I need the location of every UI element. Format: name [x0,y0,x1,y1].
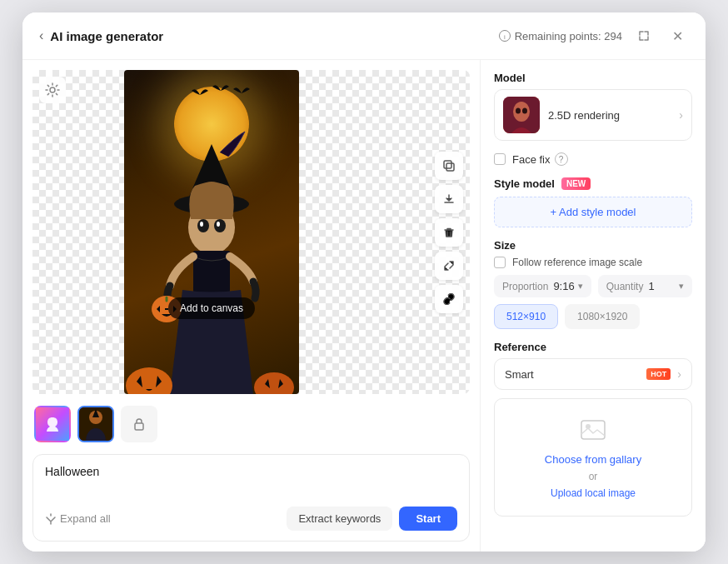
quantity-select[interactable]: Quantity 1 ▾ [598,275,692,297]
svg-text:i: i [504,33,506,41]
reference-chevron-icon: › [677,367,681,381]
svg-rect-14 [446,163,454,171]
upload-local-link[interactable]: Upload local image [551,487,636,499]
link-icon [443,293,455,305]
extract-keywords-button[interactable]: Extract keywords [287,507,392,531]
quantity-label: Quantity [606,281,644,292]
expand-button[interactable] [435,252,463,280]
main-layout: Add to canvas [22,60,706,552]
reference-card[interactable]: Smart HOT › [494,358,692,390]
proportion-value: 9:16 [553,280,574,292]
expand-all-button[interactable]: Expand all [45,512,111,525]
expand-icon [443,260,455,272]
proportion-label: Proportion [502,281,548,292]
follow-ref-row: Follow reference image scale [494,257,692,268]
quantity-value: 1 [648,280,654,292]
add-style-button[interactable]: + Add style model [494,197,692,227]
face-fix-help-icon[interactable]: ? [555,152,568,166]
image-placeholder-icon [580,416,606,442]
new-badge: NEW [561,177,591,190]
prompt-text[interactable]: Halloween [45,465,457,498]
gallery-upload-area: Choose from gallary or Upload local imag… [494,398,692,517]
info-icon: i [499,30,511,42]
pumpkins-decoration [124,344,299,394]
ai-thumb[interactable] [34,406,71,442]
svg-point-9 [217,222,220,227]
app-window: ‹ AI image generator i Remaining points:… [22,12,706,552]
right-panel: Model 2.5D rendering › [481,60,706,552]
quantity-chevron-icon: ▾ [679,281,684,292]
delete-icon [443,227,455,238]
lock-thumb[interactable] [121,406,157,442]
gallery-icon [580,416,606,448]
svg-rect-20 [135,423,143,430]
expand-icon [638,30,650,42]
size-option-512[interactable]: 512×910 [494,304,558,329]
add-to-canvas-button[interactable]: Add to canvas [168,297,255,319]
svg-point-24 [522,108,527,114]
svg-point-23 [516,108,521,114]
expand-window-button[interactable] [632,24,656,47]
prompt-buttons: Extract keywords Start [287,507,457,531]
generated-image: Add to canvas [124,70,299,394]
link-button[interactable] [435,285,463,313]
points-text: Remaining points: 294 [515,30,622,42]
model-card[interactable]: 2.5D rendering › [494,89,692,141]
canvas-settings-icon[interactable] [39,77,66,103]
svg-rect-15 [444,161,451,168]
start-button[interactable]: Start [399,507,457,531]
canvas-area: Add to canvas [32,70,470,394]
witch-illustration: Add to canvas [124,70,299,394]
copy-icon [443,160,455,172]
settings-icon [45,82,60,97]
back-button[interactable]: ‹ [39,28,43,43]
proportion-chevron-icon: ▾ [578,281,583,292]
prompt-actions: Expand all Extract keywords Start [45,507,457,531]
remaining-points: i Remaining points: 294 [499,30,622,42]
generated-thumb[interactable] [77,406,114,442]
download-button[interactable] [435,185,463,213]
size-selects: Proportion 9:16 ▾ Quantity 1 ▾ [494,275,692,297]
face-fix-row: Face fix ? [494,152,692,166]
thumbnail-strip [32,402,470,446]
copy-button[interactable] [435,152,463,180]
svg-point-7 [214,219,226,232]
model-thumb-icon [503,97,540,133]
proportion-select[interactable]: Proportion 9:16 ▾ [494,275,591,297]
expand-all-label: Expand all [60,512,111,525]
reference-section-label: Reference [494,341,692,353]
header: ‹ AI image generator i Remaining points:… [22,12,706,60]
lock-icon [132,417,146,431]
model-section: Model 2.5D rendering › [494,72,692,141]
prompt-area: Halloween Expand all Extract keywords St… [32,454,470,542]
smart-label: Smart [505,368,641,381]
bats-decoration [192,78,258,112]
close-icon: ✕ [672,28,683,44]
style-model-row: Style model NEW [494,177,692,190]
size-section-label: Size [494,239,692,252]
model-section-label: Model [494,72,692,84]
delete-button[interactable] [435,218,463,247]
style-model-label: Style model [494,177,555,190]
follow-ref-checkbox[interactable] [494,257,506,268]
model-thumbnail [503,97,540,133]
close-button[interactable]: ✕ [666,24,689,47]
svg-rect-10 [193,251,230,292]
thumb-preview-icon [79,407,112,441]
size-option-1080[interactable]: 1080×1920 [565,304,640,329]
canvas-inner: Add to canvas [32,70,470,394]
svg-point-13 [254,372,294,394]
download-icon [443,193,455,205]
canvas-toolbar [435,152,463,313]
follow-ref-label: Follow reference image scale [512,257,642,268]
choose-gallery-link[interactable]: Choose from gallary [545,453,641,466]
face-fix-checkbox[interactable] [494,153,506,165]
size-options: 512×910 1080×1920 [494,304,692,329]
svg-point-6 [197,219,209,232]
hot-badge: HOT [646,368,671,380]
model-name: 2.5D rendering [548,109,671,122]
reference-section: Reference Smart HOT › Choose from gallar [494,341,692,517]
expand-all-icon [45,513,57,525]
ai-logo-icon [42,414,62,434]
left-panel: Add to canvas [22,60,481,552]
